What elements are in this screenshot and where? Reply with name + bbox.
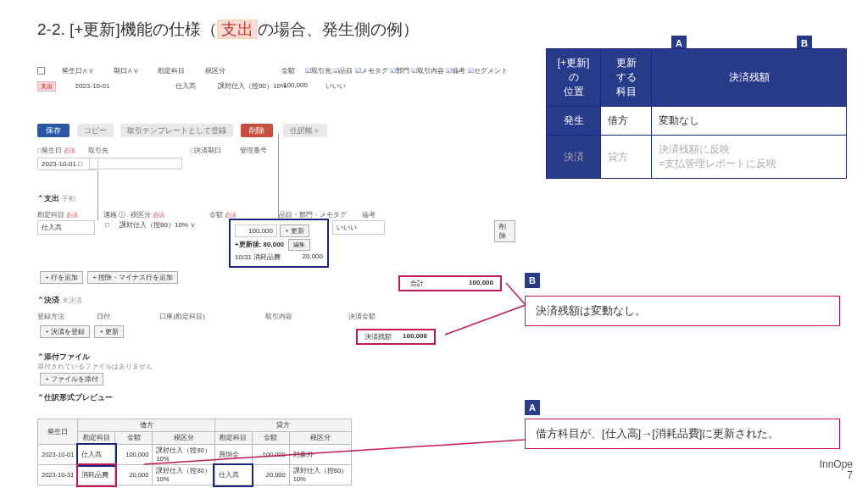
settlement-col-headers: 登録方法 日付 口座(勘定科目) 取引内容 決済金額 (37, 312, 376, 321)
settlement-update-button[interactable]: + 更新 (94, 325, 124, 338)
table-row: 2023-10-01 仕入高 100,000 課対仕入（控80） 10% 買掛金… (38, 445, 352, 465)
journal-button[interactable]: 仕訳帳＞ (283, 124, 327, 137)
badge-b-inline: B (525, 273, 540, 288)
delete-button[interactable]: 削除 (241, 124, 273, 137)
form-labels: □発生日必須 取引先 □決済期日 管理番号 (37, 146, 267, 155)
data-row[interactable]: 支出 2023-10-01 仕入高 課対仕入（控80）10% 100,000 い… (37, 81, 515, 92)
highlight-expense: 支出 (217, 19, 258, 39)
annotation-balance: 決済残額は変動なし。 (525, 296, 840, 326)
tax-select[interactable]: 課対仕入（控80）10% ∨ (120, 220, 203, 230)
save-button[interactable]: 保存 (37, 124, 70, 137)
copy-button[interactable]: コピー (77, 124, 114, 137)
account-input[interactable]: 仕入高 (37, 220, 95, 235)
add-row-button[interactable]: + 行を追加 (40, 271, 83, 284)
badge-a-inline: A (525, 400, 540, 415)
guide-line (97, 171, 98, 220)
add-settlement-button[interactable]: + 決済を登録 (40, 325, 90, 338)
filter-bar: 発生日∧∨ 期日∧∨ 勘定科目 税区分 金額 ☑取引先 ☑品目 ☑メモタグ ☑部… (37, 66, 515, 75)
update-button[interactable]: + 更新 (280, 225, 309, 237)
update-spec-table: [+更新] の 位置 更新 する 科目 決済残額 発生 借方 変動なし 決済 貸… (546, 48, 847, 179)
page-title: 2-2. [+更新]機能の仕様（支出の場合、発生側の例） (37, 19, 419, 41)
journal-preview-table: 発生日 借方 貸方 勘定科目金額税区分 勘定科目金額税区分 2023-10-01… (37, 419, 352, 485)
action-row: 保存 コピー 取引テンプレートとして登録 削除 仕訳帳＞ (37, 125, 327, 136)
guide-line (278, 134, 279, 219)
row-delete-button[interactable]: 削除 (494, 220, 515, 242)
settlement-section-header: ⌃決済未決済 (37, 295, 82, 306)
balance-box: 決済残額100,000 (356, 329, 436, 345)
update-popup: 100,000+ 更新 +更新後: 80,000 編集 10/31 消耗品費 2… (229, 219, 329, 268)
svg-line-0 (445, 305, 526, 335)
footer: InnOpe7 (820, 459, 853, 481)
template-button[interactable]: 取引テンプレートとして登録 (120, 124, 233, 137)
memo-input[interactable]: いいい (332, 220, 385, 235)
amount-input[interactable]: 100,000 (235, 225, 277, 237)
annotation-debit: 借方科目が、[仕入高]→[消耗品費]に更新された。 (525, 419, 840, 449)
settlement-row: + 決済を登録 + 更新 (37, 325, 124, 338)
eligible-checkbox[interactable]: □ (97, 221, 118, 229)
attach-file-button[interactable]: + ファイルを添付 (40, 373, 103, 385)
select-all-checkbox[interactable] (37, 67, 45, 75)
table-row: 2023-10-31 消耗品費 20,000 課対仕入（控80） 10% 仕入高… (38, 465, 352, 485)
expense-section-header: ⌃支出手動 (37, 193, 75, 204)
edit-button[interactable]: 編集 (288, 239, 310, 251)
add-minus-row-button[interactable]: + 控除・マイナス行を追加 (87, 271, 178, 284)
add-row-buttons: + 行を追加 + 控除・マイナス行を追加 (37, 271, 178, 284)
total-box: 合計100,000 (398, 275, 502, 291)
partner-input[interactable] (89, 158, 182, 169)
journal-preview-header: ⌃仕訳形式プレビュー (37, 392, 153, 403)
attachments-section: ⌃添付ファイル 添付されているファイルはありません + ファイルを添付 ⌃仕訳形… (37, 352, 153, 403)
expense-tag: 支出 (37, 81, 56, 92)
svg-line-1 (506, 283, 526, 305)
